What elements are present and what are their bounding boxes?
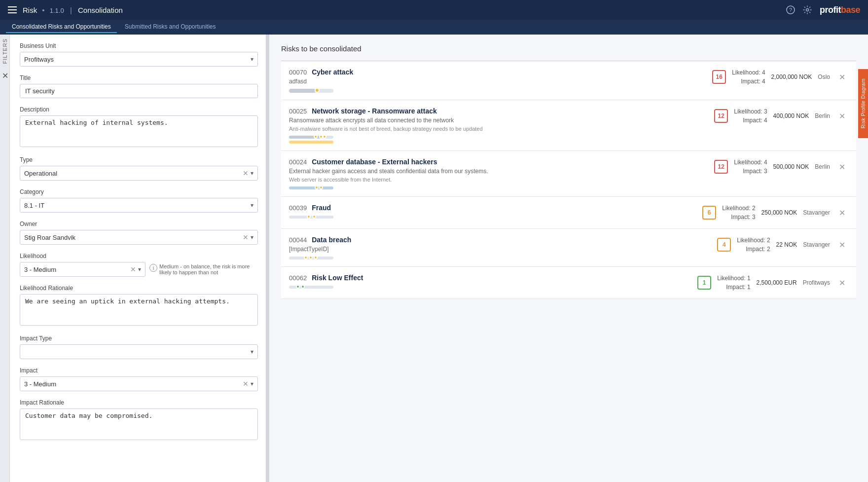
risk-remove-button[interactable]: ✕ bbox=[836, 277, 848, 289]
risk-item: 00025 Network storage - Ransomware attac… bbox=[281, 100, 856, 151]
risk-title-row: 00024 Customer database - External hacke… bbox=[289, 158, 708, 166]
risk-profile-diagram-tab[interactable]: Risk Profile Diagram bbox=[858, 69, 868, 138]
category-select[interactable]: 8.1 - IT ▾ bbox=[20, 198, 258, 213]
risk-likelihood: Likelihood: 4 bbox=[734, 158, 767, 167]
filters-content: Business Unit Profitways ▾ Title Descrip… bbox=[10, 35, 266, 482]
risk-title-row: 00044 Data breach bbox=[289, 236, 711, 244]
tab-consolidated[interactable]: Consolidated Risks and Opportunities bbox=[6, 21, 117, 33]
tab-navigation: Consolidated Risks and Opportunities Sub… bbox=[0, 20, 868, 35]
business-unit-select[interactable]: Profitways ▾ bbox=[20, 52, 258, 67]
risk-likelihood-impact: Likelihood: 2 Impact: 2 bbox=[737, 236, 770, 254]
risk-item: 00062 Risk Low Effect 1 Likelihood: 1 Im… bbox=[281, 267, 856, 299]
risk-remove-button[interactable]: ✕ bbox=[836, 239, 848, 251]
business-unit-arrow: ▾ bbox=[251, 56, 253, 63]
risk-right: 16 Likelihood: 4 Impact: 4 2,000,000 NOK… bbox=[712, 68, 848, 86]
likelihood-arrow: ▾ bbox=[138, 266, 141, 273]
description-input[interactable] bbox=[20, 115, 258, 147]
filters-tab[interactable]: FILTERS bbox=[0, 35, 10, 482]
risk-score-badge: 12 bbox=[714, 109, 728, 123]
risk-right: 12 Likelihood: 4 Impact: 3 500,000 NOK B… bbox=[714, 158, 848, 176]
risk-remove-button[interactable]: ✕ bbox=[836, 161, 848, 173]
type-label: Type bbox=[20, 156, 258, 163]
impact-select[interactable]: 3 - Medium ✕ ▾ bbox=[20, 376, 258, 391]
likelihood-clear[interactable]: ✕ bbox=[130, 265, 136, 273]
business-unit-group: Business Unit Profitways ▾ bbox=[20, 42, 258, 67]
risk-title-row: 00025 Network storage - Ransomware attac… bbox=[289, 107, 708, 115]
risk-item: 00024 Customer database - External hacke… bbox=[281, 151, 856, 197]
risk-name: Risk Low Effect bbox=[312, 274, 363, 282]
risk-impact: Impact: 3 bbox=[722, 213, 755, 222]
app-title: Risk • 1.1.0 | Consolidation bbox=[23, 6, 123, 14]
impact-rationale-label: Impact Rationale bbox=[20, 399, 258, 406]
tab-submitted[interactable]: Submitted Risks and Opportunities bbox=[119, 21, 222, 33]
filters-panel: FILTERS Business Unit Profitways ▾ Title… bbox=[0, 35, 266, 482]
risk-item: 00044 Data breach [ImpactTypeID] 4 Likel… bbox=[281, 229, 856, 267]
likelihood-row: 3 - Medium ✕ ▾ i Medium - on balance, th… bbox=[20, 262, 258, 277]
diagram-tab-label: Risk Profile Diagram bbox=[861, 78, 866, 128]
impact-rationale-input[interactable] bbox=[20, 408, 258, 440]
risk-id: 00044 bbox=[289, 236, 307, 244]
header-right: ? profitbase bbox=[786, 5, 860, 15]
risks-header: Risks to be consolidated bbox=[281, 44, 856, 53]
title-input[interactable] bbox=[20, 84, 258, 98]
risk-remove-button[interactable]: ✕ bbox=[836, 207, 848, 219]
type-clear[interactable]: ✕ bbox=[243, 169, 249, 177]
likelihood-label: Likelihood bbox=[20, 253, 258, 260]
risk-impact: Impact: 2 bbox=[737, 245, 770, 254]
risk-item: 00070 Cyber attack adfasd 16 Likelihood:… bbox=[281, 61, 856, 100]
risk-left: 00070 Cyber attack adfasd bbox=[289, 68, 706, 93]
business-unit-value: Profitways bbox=[24, 56, 251, 63]
owner-value: Stig Roar Sandvik bbox=[24, 234, 243, 241]
title-label: Title bbox=[20, 74, 258, 81]
impact-type-label: Impact Type bbox=[20, 335, 258, 342]
title-separator: • bbox=[42, 6, 44, 14]
owner-group: Owner Stig Roar Sandvik ✕ ▾ bbox=[20, 221, 258, 245]
category-label: Category bbox=[20, 188, 258, 195]
owner-label: Owner bbox=[20, 221, 258, 227]
risk-remove-button[interactable]: ✕ bbox=[836, 72, 848, 83]
impact-type-select[interactable]: ▾ bbox=[20, 344, 258, 359]
risk-id: 00024 bbox=[289, 158, 307, 166]
risk-amount: 22 NOK bbox=[776, 241, 797, 248]
menu-button[interactable] bbox=[8, 6, 17, 13]
risk-note: Web server is accessible from the Intern… bbox=[289, 177, 708, 183]
risk-right: 6 Likelihood: 2 Impact: 3 250,000 NOK St… bbox=[702, 204, 848, 222]
risk-score-badge: 1 bbox=[697, 276, 711, 290]
close-filters-icon[interactable]: ✕ bbox=[2, 71, 8, 80]
help-icon[interactable]: ? bbox=[786, 5, 795, 14]
likelihood-value: 3 - Medium bbox=[24, 266, 130, 273]
risk-remove-button[interactable]: ✕ bbox=[836, 111, 848, 122]
type-select[interactable]: Operational ✕ ▾ bbox=[20, 166, 258, 181]
risk-likelihood: Likelihood: 4 bbox=[732, 68, 765, 77]
svg-point-2 bbox=[806, 9, 808, 11]
info-icon: i bbox=[149, 264, 157, 272]
risk-right: 12 Likelihood: 3 Impact: 4 400,000 NOK B… bbox=[714, 107, 848, 125]
risk-left: 00025 Network storage - Ransomware attac… bbox=[289, 107, 708, 144]
filters-tab-label: FILTERS bbox=[2, 38, 8, 64]
risk-likelihood: Likelihood: 1 bbox=[717, 274, 750, 283]
risk-item: 00039 Fraud 6 Likelihood: 2 Impact: 3 25… bbox=[281, 197, 856, 229]
risk-left: 00044 Data breach [ImpactTypeID] bbox=[289, 236, 711, 260]
likelihood-info: i Medium - on balance, the risk is more … bbox=[149, 263, 258, 275]
owner-clear[interactable]: ✕ bbox=[243, 233, 249, 241]
description-group: Description bbox=[20, 106, 258, 148]
header-left: Risk • 1.1.0 | Consolidation bbox=[8, 6, 123, 14]
risk-left: 00062 Risk Low Effect bbox=[289, 274, 691, 289]
risk-name: Cyber attack bbox=[312, 68, 353, 76]
risk-desc: External hacker gains access and steals … bbox=[289, 168, 708, 175]
risk-location: Stavanger bbox=[803, 241, 830, 248]
impact-clear[interactable]: ✕ bbox=[243, 380, 249, 388]
owner-select[interactable]: Stig Roar Sandvik ✕ ▾ bbox=[20, 230, 258, 245]
settings-icon[interactable] bbox=[803, 5, 812, 14]
risk-right: 1 Likelihood: 1 Impact: 1 2,500,000 EUR … bbox=[697, 274, 848, 292]
risk-amount: 2,000,000 NOK bbox=[771, 74, 812, 80]
likelihood-select[interactable]: 3 - Medium ✕ ▾ bbox=[20, 262, 145, 277]
likelihood-rationale-input[interactable] bbox=[20, 294, 258, 326]
risk-amount: 2,500,000 EUR bbox=[757, 279, 797, 286]
risk-likelihood-impact: Likelihood: 4 Impact: 4 bbox=[732, 68, 765, 86]
risk-score-badge: 4 bbox=[717, 238, 731, 252]
risk-likelihood-impact: Likelihood: 4 Impact: 3 bbox=[734, 158, 767, 176]
risk-impact: Impact: 1 bbox=[717, 283, 750, 292]
right-panel: Risks to be consolidated 00070 Cyber att… bbox=[269, 35, 868, 482]
impact-type-group: Impact Type ▾ bbox=[20, 335, 258, 359]
